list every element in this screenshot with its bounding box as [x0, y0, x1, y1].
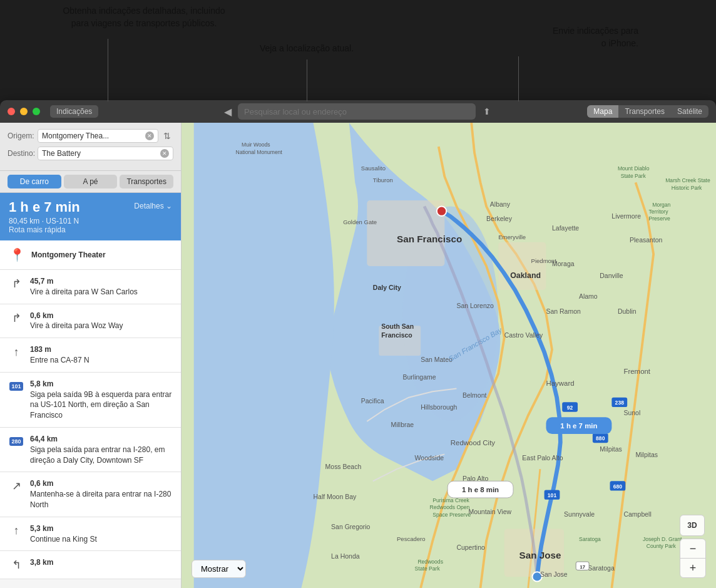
- map-type-group: Mapa Transportes Satélite: [587, 105, 708, 118]
- svg-text:Sunol: Sunol: [623, 410, 640, 416]
- direction-text-4: 64,4 km Siga pela saída para entrar na I…: [30, 434, 172, 465]
- fullscreen-button[interactable]: [33, 108, 40, 115]
- route-details-link[interactable]: Detalhes ⌄: [134, 202, 172, 210]
- svg-text:Moss Beach: Moss Beach: [325, 463, 362, 470]
- svg-text:San Gregorio: San Gregorio: [331, 524, 371, 530]
- svg-rect-3: [498, 242, 546, 290]
- direction-item-1[interactable]: ↱ 0,6 km Vire à direita para Woz Way: [0, 304, 181, 339]
- svg-text:Belmont: Belmont: [463, 392, 487, 399]
- origin-clear-button[interactable]: ✕: [145, 132, 154, 140]
- zoom-in-button[interactable]: +: [680, 559, 705, 577]
- map-type-transit-button[interactable]: Transportes: [618, 105, 671, 118]
- svg-text:Woodside: Woodside: [415, 455, 444, 462]
- route-summary[interactable]: 1 h e 7 min Detalhes ⌄ 80,45 km · US-101…: [0, 193, 181, 240]
- start-location-text: Montgomery Theater: [31, 250, 106, 260]
- destination-label: Destino:: [8, 149, 38, 158]
- svg-text:Half Moon Bay: Half Moon Bay: [313, 493, 357, 500]
- svg-text:238: 238: [615, 400, 625, 406]
- svg-text:Golden Gate: Golden Gate: [343, 219, 377, 225]
- svg-text:Joseph D. Grant: Joseph D. Grant: [643, 536, 682, 542]
- svg-text:San Jose: San Jose: [540, 571, 568, 578]
- svg-text:Alamo: Alamo: [579, 293, 598, 300]
- zoom-out-button[interactable]: −: [680, 539, 705, 558]
- 3d-button[interactable]: 3D: [680, 515, 705, 536]
- svg-text:Redwoods Open: Redwoods Open: [429, 504, 469, 510]
- main-content: Origem: Montgomery Thea... ✕ ⇅ Destino: …: [0, 123, 716, 588]
- svg-text:La Honda: La Honda: [331, 553, 360, 560]
- destination-input[interactable]: The Battery ✕: [38, 147, 173, 160]
- share-button[interactable]: ⬆: [479, 106, 494, 116]
- svg-text:Pescadero: Pescadero: [397, 535, 426, 542]
- direction-item-3[interactable]: 101 5,8 km Siga pela saída 9B à esquerda…: [0, 373, 181, 428]
- svg-text:Fremont: Fremont: [623, 368, 650, 375]
- map-type-satellite-button[interactable]: Satélite: [671, 105, 708, 118]
- maps-window: Indicações ◀ ⬆ Mapa Transportes Satélite…: [0, 100, 716, 588]
- svg-text:Albany: Albany: [490, 201, 511, 208]
- svg-text:Redwoods: Redwoods: [417, 559, 443, 565]
- svg-text:Oakland: Oakland: [510, 271, 541, 280]
- svg-text:Preserve: Preserve: [649, 215, 671, 222]
- svg-text:Emeryville: Emeryville: [498, 234, 526, 240]
- show-dropdown[interactable]: Mostrar: [192, 560, 246, 578]
- svg-text:Morgan: Morgan: [652, 202, 670, 208]
- svg-text:Space Preserve: Space Preserve: [432, 512, 471, 518]
- direction-text-5: 0,6 km Mantenha-se à direita para entrar…: [30, 478, 172, 510]
- destination-clear-button[interactable]: ✕: [160, 149, 169, 158]
- svg-text:Burlingame: Burlingame: [403, 374, 436, 381]
- direction-item-6[interactable]: ↑ 5,3 km Continue na King St: [0, 517, 181, 552]
- svg-text:Francisco: Francisco: [381, 332, 412, 339]
- svg-text:Saratoga: Saratoga: [588, 565, 615, 572]
- map-area[interactable]: San Francisco Oakland San Jose Emeryvill…: [182, 123, 716, 588]
- origin-row: Origem: Montgomery Thea... ✕ ⇅: [8, 129, 173, 143]
- directions-button[interactable]: Indicações: [50, 105, 98, 118]
- direction-item-5[interactable]: ↗ 0,6 km Mantenha-se à direita para entr…: [0, 472, 181, 517]
- straight-icon-2: ↑: [9, 344, 24, 359]
- close-button[interactable]: [8, 108, 15, 115]
- svg-text:Dublin: Dublin: [618, 308, 637, 315]
- tab-car[interactable]: De carro: [8, 175, 61, 188]
- show-select[interactable]: Mostrar: [192, 560, 246, 578]
- highway-280-icon: 280: [9, 434, 24, 449]
- origin-value: Montgomery Thea...: [42, 132, 109, 140]
- origin-label: Origem:: [8, 132, 38, 140]
- svg-text:Pacifica: Pacifica: [361, 398, 384, 405]
- svg-text:County Park: County Park: [647, 543, 677, 549]
- route-inputs: Origem: Montgomery Thea... ✕ ⇅ Destino: …: [0, 123, 181, 171]
- search-input[interactable]: [238, 103, 476, 120]
- annotation-tooltip-1: Obtenha indicações detalhadas, incluindo…: [56, 5, 232, 29]
- annotations: Obtenha indicações detalhadas, incluindo…: [0, 0, 716, 100]
- tab-walk[interactable]: A pé: [64, 175, 118, 188]
- svg-text:Berkeley: Berkeley: [486, 215, 513, 222]
- destination-row: Destino: The Battery ✕: [8, 147, 173, 160]
- tab-transit[interactable]: Transportes: [120, 175, 173, 188]
- svg-text:Territory: Territory: [649, 209, 669, 215]
- minimize-button[interactable]: [20, 108, 28, 115]
- svg-text:680: 680: [613, 483, 623, 490]
- svg-text:Campbell: Campbell: [623, 511, 651, 518]
- direction-item-0[interactable]: ↱ 45,7 m Vire à direita para W San Carlo…: [0, 270, 181, 304]
- svg-text:Sausalito: Sausalito: [361, 165, 386, 172]
- straight-icon-6: ↑: [9, 524, 24, 539]
- direction-text-1: 0,6 km Vire à direita para Woz Way: [30, 311, 123, 332]
- map-type-map-button[interactable]: Mapa: [587, 105, 618, 118]
- svg-text:Milpitas: Milpitas: [600, 446, 622, 453]
- start-pin-icon: 📍: [9, 247, 25, 263]
- direction-item-7[interactable]: ↰ 3,8 km: [0, 551, 181, 579]
- destination-value: The Battery: [42, 149, 81, 158]
- direction-item-2[interactable]: ↑ 183 m Entre na CA-87 N: [0, 338, 181, 373]
- svg-text:Redwood City: Redwood City: [451, 439, 495, 446]
- current-location-button[interactable]: ◀: [222, 106, 234, 118]
- origin-input[interactable]: Montgomery Thea... ✕: [38, 129, 158, 143]
- direction-item-4[interactable]: 280 64,4 km Siga pela saída para entrar …: [0, 428, 181, 472]
- svg-text:Saratoga: Saratoga: [579, 536, 601, 542]
- svg-text:1 h e 7 min: 1 h e 7 min: [560, 422, 597, 430]
- direction-text-3: 5,8 km Siga pela saída 9B à esquerda par…: [30, 379, 172, 421]
- svg-text:880: 880: [596, 435, 605, 441]
- svg-text:Moraga: Moraga: [552, 260, 575, 267]
- swap-button[interactable]: ⇅: [161, 131, 173, 141]
- svg-text:Mount Diablo: Mount Diablo: [618, 165, 650, 172]
- svg-text:Cupertino: Cupertino: [456, 544, 485, 551]
- svg-text:South San: South San: [381, 323, 414, 330]
- svg-text:Milpitas: Milpitas: [636, 451, 658, 458]
- direction-text-2: 183 m Entre na CA-87 N: [30, 344, 90, 366]
